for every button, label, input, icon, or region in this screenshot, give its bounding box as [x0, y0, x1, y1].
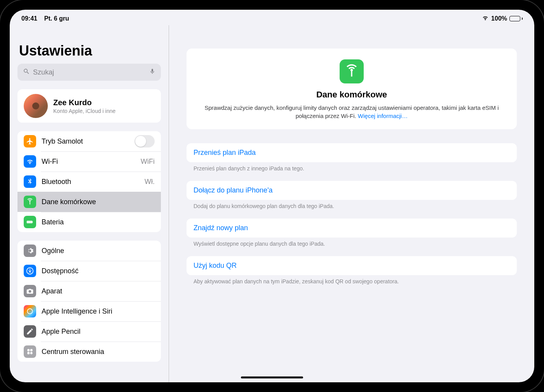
svg-rect-0 — [27, 221, 32, 222]
sidebar-item-label: Dostępność — [42, 267, 155, 275]
option-title: Znajdź nowy plan — [194, 224, 510, 232]
content-area: Ustawienia Zee Kurdo Kont — [10, 25, 534, 382]
status-left: 09:41 Pt. 6 gru — [21, 15, 69, 22]
sidebar-item-pencil[interactable]: Apple Pencil — [17, 321, 161, 342]
siri-icon — [24, 305, 36, 317]
bluetooth-value: Wł. — [145, 178, 155, 186]
mic-icon[interactable] — [149, 68, 155, 77]
detail-panel[interactable]: Dane komórkowe Sprawdzaj zużycie danych,… — [169, 25, 534, 382]
sidebar-item-label: Wi-Fi — [42, 158, 135, 166]
screen: 09:41 Pt. 6 gru 100% Ustawienia — [10, 10, 534, 382]
status-time: 09:41 — [21, 15, 37, 22]
sidebar-item-label: Dane komórkowe — [42, 198, 155, 206]
sidebar[interactable]: Ustawienia Zee Kurdo Kont — [10, 25, 169, 382]
account-subtitle: Konto Apple, iCloud i inne — [53, 108, 115, 114]
sidebar-item-label: Ogólne — [42, 247, 155, 255]
option-desc: Wyświetl dostępne opcje planu danych dla… — [187, 238, 517, 256]
controlcenter-icon — [24, 345, 36, 358]
option-find-plan[interactable]: Znajdź nowy plan — [187, 219, 517, 238]
sidebar-item-controlcenter[interactable]: Centrum sterowania — [17, 342, 161, 362]
sidebar-item-label: Centrum sterowania — [42, 348, 155, 356]
status-bar: 09:41 Pt. 6 gru 100% — [10, 10, 534, 25]
hero-desc-text: Sprawdzaj zużycie danych, konfiguruj lim… — [205, 104, 499, 119]
option-join-iphone[interactable]: Dołącz do planu iPhone'a — [187, 181, 517, 200]
wifi-icon — [482, 14, 489, 23]
wifi-value: WiFi — [141, 158, 155, 166]
sidebar-item-wifi[interactable]: Wi-Fi WiFi — [17, 151, 161, 172]
sidebar-item-label: Bluetooth — [42, 178, 139, 186]
status-right: 100% — [482, 14, 523, 23]
sidebar-item-label: Tryb Samolot — [42, 137, 129, 146]
sidebar-item-bluetooth[interactable]: Bluetooth Wł. — [17, 172, 161, 192]
gear-icon — [24, 245, 36, 257]
svg-rect-5 — [30, 349, 33, 351]
svg-point-2 — [30, 269, 31, 270]
option-transfer[interactable]: Przenieś plan iPada — [187, 143, 517, 162]
settings-group-1: Tryb Samolot Wi-Fi WiFi B — [17, 131, 161, 232]
option-desc: Przenieś plan danych z innego iPada na t… — [187, 162, 517, 181]
sidebar-item-label: Apple Pencil — [42, 328, 155, 336]
accessibility-icon — [24, 265, 36, 277]
sidebar-item-battery[interactable]: Bateria — [17, 212, 161, 232]
account-row[interactable]: Zee Kurdo Konto Apple, iCloud i inne — [17, 89, 161, 123]
hero-cellular-icon — [340, 59, 364, 83]
search-icon — [23, 68, 30, 76]
camera-icon — [24, 285, 36, 297]
option-title: Przenieś plan iPada — [194, 149, 510, 157]
ipad-frame: 09:41 Pt. 6 gru 100% Ustawienia — [0, 0, 544, 392]
battery-pct: 100% — [491, 15, 507, 22]
airplane-toggle[interactable] — [134, 135, 155, 147]
sidebar-item-general[interactable]: Ogólne — [17, 241, 161, 261]
hero-title: Dane komórkowe — [202, 90, 501, 100]
pencil-icon — [24, 325, 36, 338]
option-qr-code[interactable]: Użyj kodu QR — [187, 256, 517, 275]
sidebar-item-accessibility[interactable]: Dostępność — [17, 261, 161, 281]
sidebar-item-label: Apple Intelligence i Siri — [42, 307, 155, 316]
avatar — [24, 94, 48, 118]
sidebar-item-cellular[interactable]: Dane komórkowe — [17, 192, 161, 212]
page-title: Ustawienia — [17, 25, 161, 64]
svg-rect-4 — [27, 349, 30, 351]
sidebar-item-airplane[interactable]: Tryb Samolot — [17, 131, 161, 151]
sidebar-item-label: Bateria — [42, 218, 155, 226]
airplane-icon — [24, 135, 36, 147]
status-date: Pt. 6 gru — [44, 15, 69, 22]
option-desc: Dodaj do planu komórkowego plan danych d… — [187, 200, 517, 219]
svg-point-7 — [30, 352, 33, 354]
search-bar[interactable] — [17, 64, 161, 81]
account-name: Zee Kurdo — [53, 98, 115, 107]
home-indicator[interactable] — [241, 376, 303, 378]
wifi-row-icon — [24, 155, 36, 168]
option-desc: Aby aktywować plan danych na tym iPadzie… — [187, 275, 517, 294]
settings-group-2: Ogólne Dostępność Aparat — [17, 241, 161, 362]
sidebar-item-label: Aparat — [42, 287, 155, 295]
hero-card: Dane komórkowe Sprawdzaj zużycie danych,… — [187, 49, 517, 129]
bluetooth-icon — [24, 175, 36, 188]
option-title: Dołącz do planu iPhone'a — [194, 186, 510, 194]
svg-point-3 — [27, 309, 32, 314]
option-title: Użyj kodu QR — [194, 262, 510, 270]
account-card[interactable]: Zee Kurdo Konto Apple, iCloud i inne — [17, 89, 161, 123]
search-input[interactable] — [33, 68, 146, 76]
hero-desc: Sprawdzaj zużycie danych, konfiguruj lim… — [202, 104, 501, 120]
cellular-icon — [24, 196, 36, 208]
sidebar-item-camera[interactable]: Aparat — [17, 281, 161, 301]
svg-rect-6 — [27, 352, 30, 354]
sidebar-item-siri[interactable]: Apple Intelligence i Siri — [17, 301, 161, 321]
battery-row-icon — [24, 216, 36, 228]
more-info-link[interactable]: Więcej informacji… — [358, 113, 408, 119]
battery-icon — [509, 16, 523, 21]
